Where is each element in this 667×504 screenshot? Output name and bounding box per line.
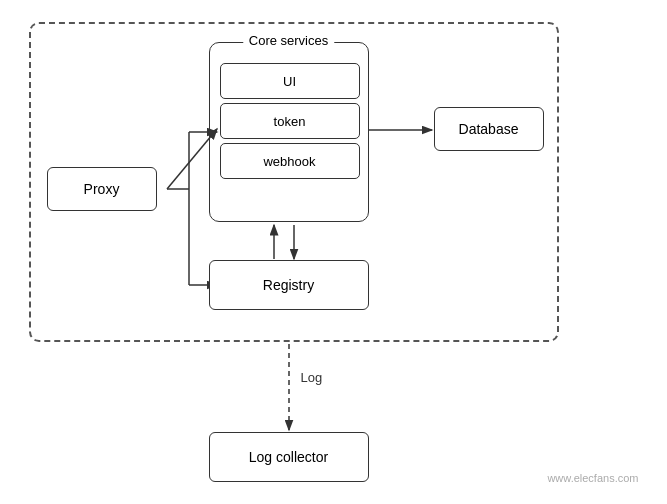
proxy-node: Proxy bbox=[47, 167, 157, 211]
ui-node: UI bbox=[220, 63, 360, 99]
diagram-container: Proxy Core services UI token webhook Dat… bbox=[19, 12, 649, 492]
token-node: token bbox=[220, 103, 360, 139]
registry-node: Registry bbox=[209, 260, 369, 310]
log-collector-label: Log collector bbox=[249, 449, 328, 465]
webhook-node: webhook bbox=[220, 143, 360, 179]
core-services-group: Core services UI token webhook bbox=[209, 42, 369, 222]
core-services-label: Core services bbox=[243, 33, 334, 48]
registry-label: Registry bbox=[263, 277, 314, 293]
core-inner: UI token webhook bbox=[220, 63, 360, 183]
proxy-label: Proxy bbox=[84, 181, 120, 197]
log-label: Log bbox=[301, 370, 323, 385]
database-node: Database bbox=[434, 107, 544, 151]
database-label: Database bbox=[459, 121, 519, 137]
watermark: www.elecfans.com bbox=[547, 472, 638, 484]
log-collector-node: Log collector bbox=[209, 432, 369, 482]
